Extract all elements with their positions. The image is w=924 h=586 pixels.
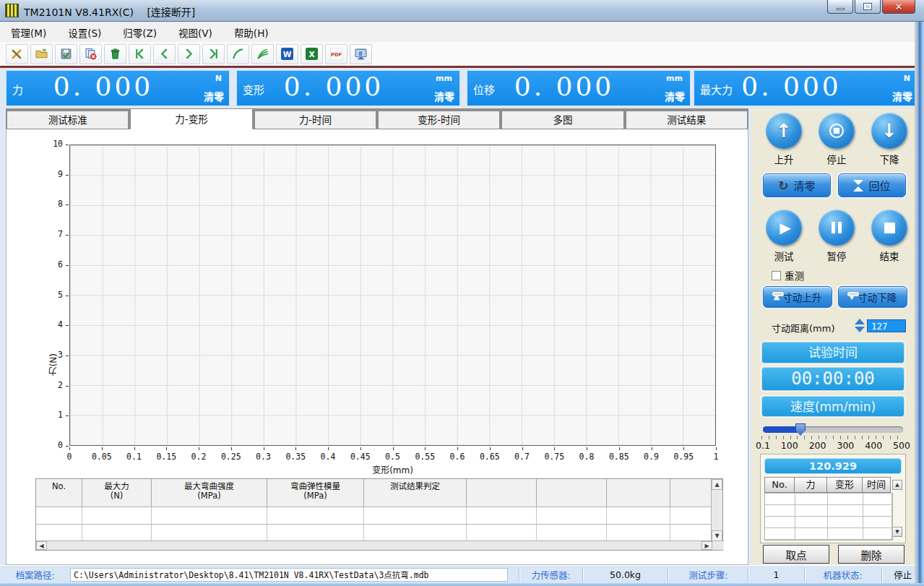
point-scroll-up-icon[interactable]: ▲	[892, 480, 902, 490]
curve-multi-icon	[256, 48, 269, 60]
menu-item-2[interactable]: 归零(Z)	[112, 22, 168, 43]
export-word-button[interactable]: W	[276, 44, 298, 64]
results-col-header-3[interactable]: 弯曲弹性模量(MPa)	[267, 479, 364, 507]
menu-item-4[interactable]: 帮助(H)	[223, 22, 280, 43]
results-col-header-6[interactable]	[537, 479, 607, 507]
test-start-button[interactable]: ▶	[766, 210, 802, 246]
speed-scale-label-4: 400	[865, 440, 882, 451]
tab-bar: 测试标准力-变形力-时间变形-时间多图测试结果	[6, 108, 748, 129]
y-tick-mark	[66, 145, 69, 145]
take-point-button[interactable]: 取点	[763, 545, 829, 564]
results-col-header-8[interactable]	[670, 479, 712, 507]
nav-prev-button[interactable]	[153, 44, 176, 64]
inch-up-button[interactable]: ▲ 寸动上升	[763, 286, 832, 308]
speed-slider[interactable]	[763, 426, 903, 433]
retest-label: 重测	[785, 268, 804, 283]
results-col-header-2[interactable]: 最大弯曲强度(MPa)	[152, 479, 267, 507]
tab-3[interactable]: 变形-时间	[378, 111, 500, 129]
table-row	[36, 507, 712, 524]
end-button[interactable]	[871, 210, 907, 246]
point-table-cell	[863, 505, 892, 516]
results-col-header-4[interactable]: 测试结果判定	[364, 479, 467, 507]
x-tick-label: 0.1	[118, 452, 150, 462]
maximize-button[interactable]	[855, 0, 881, 14]
plot-area	[69, 145, 716, 446]
inch-distance-field[interactable]: 127	[867, 319, 906, 332]
scroll-up-icon[interactable]: ▲	[712, 479, 722, 490]
displacement-clear-button[interactable]: 清零	[665, 89, 685, 103]
x-tick-mark	[360, 447, 361, 450]
stepper-down-icon[interactable]	[855, 327, 865, 332]
scroll-left-icon[interactable]: ◀	[36, 541, 47, 550]
x-tick-mark	[522, 447, 523, 450]
open-file-icon	[35, 48, 48, 60]
stop-label: 停止	[815, 152, 858, 166]
inch-down-label: 寸动下降	[858, 290, 897, 304]
report-view-button[interactable]: 8	[350, 44, 372, 64]
menu-item-0[interactable]: 管理(M)	[0, 22, 57, 43]
trash-button[interactable]	[104, 44, 126, 64]
x-axis-title: 变形(mm)	[69, 463, 716, 475]
crosshead-down-button[interactable]: ↓	[871, 113, 907, 149]
tab-2[interactable]: 力-时间	[254, 111, 376, 129]
force-unit: N	[215, 74, 222, 83]
save-file-button[interactable]	[55, 44, 77, 64]
results-col-header-7[interactable]	[607, 479, 670, 507]
delete-record-button[interactable]	[79, 44, 102, 64]
results-vscrollbar[interactable]: ▲ ▼	[711, 479, 722, 541]
export-pdf-button[interactable]: PDF	[325, 44, 347, 64]
tab-5[interactable]: 测试结果	[626, 111, 748, 129]
export-excel-button[interactable]: X	[301, 44, 323, 64]
curve-single-button[interactable]	[227, 44, 249, 64]
results-col-header-5[interactable]	[467, 479, 537, 507]
tab-0[interactable]: 测试标准	[7, 111, 129, 129]
tab-4[interactable]: 多图	[501, 111, 623, 129]
tab-1[interactable]: 力-变形	[130, 108, 252, 129]
up-label: 上升	[762, 152, 806, 166]
crosshead-up-button[interactable]: ↑	[766, 113, 802, 149]
point-table-cell	[795, 528, 828, 539]
point-scroll-down-icon[interactable]: ▼	[892, 527, 902, 537]
minimize-button[interactable]	[827, 0, 853, 14]
inch-down-button[interactable]: ▼ 寸动下降	[838, 286, 907, 308]
point-col-header-3[interactable]: 时间	[862, 477, 891, 493]
x-tick-mark	[652, 447, 652, 450]
y-tick-mark	[66, 296, 69, 296]
menu-item-3[interactable]: 视图(V)	[168, 22, 223, 43]
y-tick-label: 7	[35, 229, 63, 239]
return-button[interactable]: 回位	[838, 173, 906, 197]
maxforce-clear-button[interactable]: 清零	[892, 89, 912, 103]
maximize-icon	[864, 4, 871, 9]
deform-clear-button[interactable]: 清零	[434, 89, 454, 103]
nav-next-button[interactable]	[178, 44, 200, 64]
scroll-right-icon[interactable]: ▶	[701, 541, 712, 550]
results-col-header-1[interactable]: 最大力(N)	[82, 479, 152, 507]
x-tick-label: 0.35	[280, 452, 311, 462]
curve-multi-button[interactable]	[251, 44, 274, 64]
inch-distance-stepper[interactable]	[855, 319, 865, 332]
speed-slider-thumb[interactable]	[795, 423, 806, 436]
retest-checkbox[interactable]	[772, 271, 781, 280]
close-button[interactable]: ✕	[882, 0, 915, 14]
nav-last-button[interactable]	[202, 44, 225, 64]
crosshead-stop-button[interactable]	[819, 113, 855, 149]
point-col-header-2[interactable]: 变形	[826, 477, 863, 493]
svg-text:PDF: PDF	[331, 52, 342, 58]
pause-button[interactable]	[819, 210, 855, 246]
settings-tools-button[interactable]	[6, 44, 28, 64]
open-file-button[interactable]	[30, 44, 53, 64]
force-clear-button[interactable]: 清零	[204, 89, 224, 103]
point-col-header-1[interactable]: 力	[794, 477, 827, 493]
menu-item-1[interactable]: 设置(S)	[57, 22, 112, 43]
delete-button[interactable]: 删除	[838, 545, 904, 564]
stop-circle-icon	[829, 124, 844, 138]
stepper-up-icon[interactable]	[855, 319, 865, 324]
results-hscrollbar[interactable]: ◀ ▶	[36, 540, 724, 550]
x-tick-mark	[231, 447, 232, 450]
x-tick-label: 0	[53, 452, 85, 462]
nav-first-button[interactable]	[129, 44, 151, 64]
zero-button[interactable]: ↻ 清零	[763, 173, 831, 197]
point-col-header-0[interactable]: No.	[764, 477, 795, 493]
scroll-down-icon[interactable]: ▼	[712, 530, 722, 541]
results-col-header-0[interactable]: No.	[36, 479, 82, 507]
